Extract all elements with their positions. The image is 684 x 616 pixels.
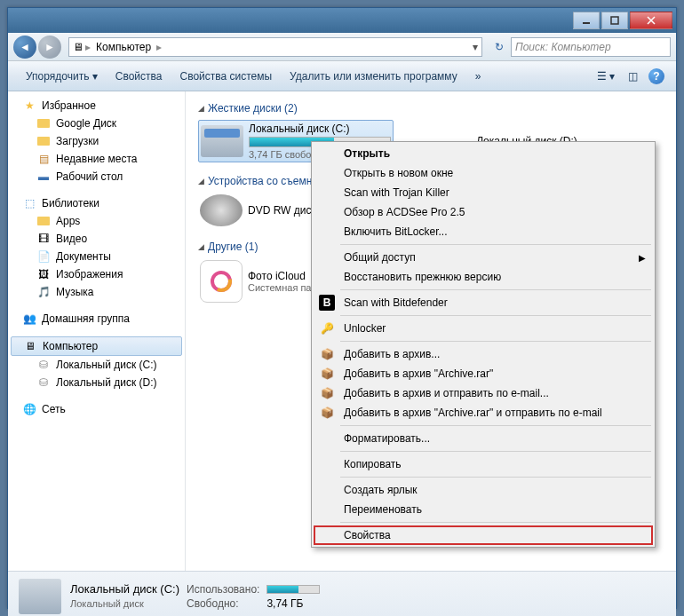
context-menu-item[interactable]: Открыть [314, 144, 653, 163]
computer-icon: 🖥 [23, 339, 37, 353]
context-menu-item[interactable]: Открыть в новом окне [314, 163, 653, 183]
context-menu-item[interactable]: Scan with Trojan Killer [314, 183, 653, 202]
context-menu-item[interactable]: BScan with Bitdefender [314, 293, 653, 312]
toolbar: Упорядочить ▾ Свойства Свойства системы … [8, 61, 676, 91]
search-input[interactable]: Поиск: Компьютер [511, 37, 671, 57]
properties-button[interactable]: Свойства [107, 70, 171, 83]
chevron-right-icon[interactable]: ▸ [84, 41, 92, 53]
folder-icon [36, 214, 51, 228]
submenu-arrow-icon: ▶ [639, 253, 646, 263]
sidebar-item-google-disk[interactable]: Google Диск [8, 115, 185, 132]
titlebar [8, 8, 676, 33]
details-pane: Локальный диск (C:) Использовано: Локаль… [8, 571, 676, 616]
sidebar-item-recent[interactable]: ▤Недавние места [8, 150, 185, 168]
context-menu: ОткрытьОткрыть в новом окнеScan with Tro… [311, 141, 656, 548]
drive-name: Локальный диск (C:) [249, 122, 391, 135]
desktop-icon: ▬ [36, 170, 51, 184]
context-menu-item-label: Добавить в архив... [344, 348, 440, 360]
context-menu-item[interactable]: Переименовать [314, 500, 653, 519]
context-menu-item[interactable]: Общий доступ▶ [314, 248, 653, 267]
context-menu-separator [340, 425, 651, 426]
sidebar-favorites[interactable]: ★Избранное [8, 97, 185, 115]
group-header-hdd[interactable]: Жесткие диски (2) [198, 102, 664, 115]
sidebar-libraries[interactable]: ⬚Библиотеки [8, 194, 185, 212]
drive-icon [19, 579, 61, 614]
sidebar-network[interactable]: 🌐Сеть [8, 400, 185, 418]
sidebar-item-documents[interactable]: 📄Документы [8, 248, 185, 265]
forward-button[interactable]: ► [38, 36, 61, 59]
computer-icon: 🖥 [73, 41, 84, 53]
pictures-icon: 🖼 [36, 267, 51, 281]
context-menu-item-label: Scan with Trojan Killer [344, 186, 449, 199]
context-menu-item-label: Создать ярлык [344, 484, 418, 496]
sidebar-item-drive-c[interactable]: ⛁Локальный диск (C:) [8, 356, 185, 374]
maximize-button[interactable] [601, 12, 628, 29]
address-bar[interactable]: 🖥 ▸ Компьютер ▸ ▾ [68, 37, 482, 57]
context-menu-item-label: Копировать [344, 458, 402, 470]
preview-pane-button[interactable]: ◫ [622, 66, 643, 87]
svg-rect-1 [611, 17, 618, 24]
sidebar-computer[interactable]: 🖥Компьютер [11, 336, 182, 356]
context-menu-item-label: Открыть [344, 147, 390, 160]
context-menu-separator [340, 522, 651, 523]
dvd-icon [200, 194, 243, 226]
context-menu-item[interactable]: 📦Добавить в архив... [314, 344, 653, 364]
context-menu-separator [340, 315, 651, 316]
context-menu-item[interactable]: Копировать [314, 454, 653, 474]
system-properties-button[interactable]: Свойства системы [171, 70, 281, 83]
organize-menu[interactable]: Упорядочить ▾ [17, 70, 107, 83]
sidebar-item-music[interactable]: 🎵Музыка [8, 283, 185, 301]
context-menu-item[interactable]: Включить BitLocker... [314, 222, 653, 241]
folder-icon [36, 116, 51, 130]
context-menu-separator [340, 244, 651, 245]
context-menu-item[interactable]: 🔑Unlocker [314, 319, 653, 338]
context-menu-item[interactable]: Обзор в ACDSee Pro 2.5 [314, 202, 653, 222]
more-toolbar[interactable]: » [466, 70, 490, 83]
homegroup-icon: 👥 [22, 312, 36, 326]
sidebar-item-videos[interactable]: 🎞Видео [8, 230, 185, 248]
star-icon: ★ [22, 99, 36, 113]
context-menu-item[interactable]: 📦Добавить в архив "Archive.rar" и отправ… [314, 403, 653, 423]
context-menu-item-label: Свойства [344, 529, 391, 541]
details-free-label: Свободно: [187, 597, 259, 610]
refresh-button[interactable]: ↻ [488, 41, 511, 53]
breadcrumb-item[interactable]: Компьютер [92, 41, 155, 53]
context-menu-separator [340, 477, 651, 478]
context-menu-item-label: Переименовать [344, 503, 422, 516]
drive-icon: ⛁ [36, 375, 51, 390]
context-menu-item[interactable]: 📦Добавить в архив "Archive.rar" [314, 364, 653, 383]
context-menu-item-label: Добавить в архив и отправить по e-mail..… [344, 387, 549, 399]
context-menu-item[interactable]: Восстановить прежнюю версию [314, 267, 653, 287]
context-menu-item[interactable]: Форматировать... [314, 429, 653, 448]
details-name: Локальный диск (C:) [70, 582, 179, 596]
dropdown-arrow-icon[interactable]: ▾ [473, 41, 478, 53]
sidebar-item-drive-d[interactable]: ⛁Локальный диск (D:) [8, 374, 185, 391]
details-free-value: 3,74 ГБ [266, 597, 320, 610]
context-menu-item-icon: 📦 [319, 405, 335, 421]
sidebar-item-desktop[interactable]: ▬Рабочий стол [8, 168, 185, 186]
context-menu-item-icon: 📦 [319, 366, 335, 382]
network-icon: 🌐 [22, 402, 36, 416]
uninstall-change-button[interactable]: Удалить или изменить программу [281, 70, 466, 83]
context-menu-item[interactable]: Создать ярлык [314, 480, 653, 500]
drive-icon [201, 125, 243, 157]
photos-icon [200, 260, 243, 303]
address-row: ◄ ► 🖥 ▸ Компьютер ▸ ▾ ↻ Поиск: Компьютер [8, 33, 676, 61]
context-menu-separator [340, 451, 651, 452]
minimize-button[interactable] [573, 12, 600, 29]
close-button[interactable] [630, 12, 672, 29]
sidebar-item-apps[interactable]: Apps [8, 212, 185, 230]
view-options-button[interactable]: ☰ ▾ [595, 66, 616, 87]
context-menu-item-icon: 📦 [319, 346, 335, 362]
context-menu-item[interactable]: Свойства [314, 525, 653, 545]
details-type: Локальный диск [70, 598, 179, 609]
sidebar-homegroup[interactable]: 👥Домашняя группа [8, 310, 185, 328]
sidebar-item-downloads[interactable]: Загрузки [8, 132, 185, 150]
help-button[interactable]: ? [648, 68, 664, 84]
back-button[interactable]: ◄ [13, 36, 36, 59]
context-menu-separator [340, 341, 651, 342]
sidebar-item-pictures[interactable]: 🖼Изображения [8, 265, 185, 283]
folder-icon [36, 134, 51, 148]
chevron-right-icon[interactable]: ▸ [155, 41, 163, 53]
context-menu-item[interactable]: 📦Добавить в архив и отправить по e-mail.… [314, 383, 653, 403]
